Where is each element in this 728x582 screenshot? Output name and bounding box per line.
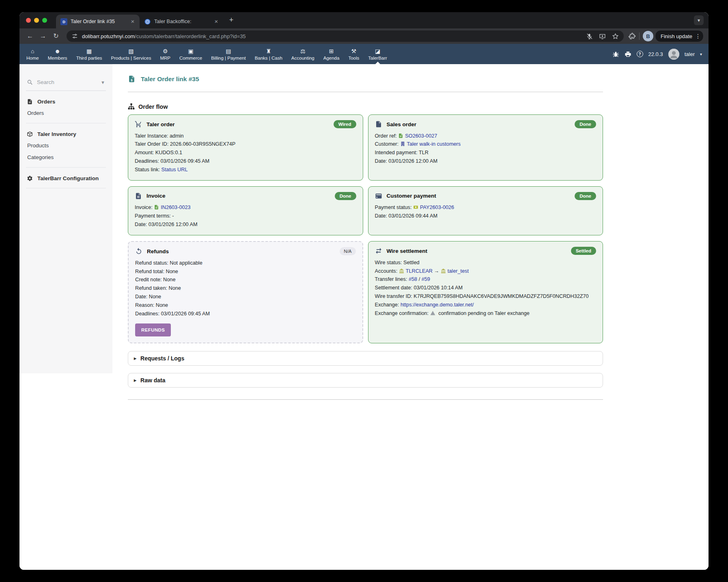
tab-search-chevron-icon[interactable]: ▾ — [694, 15, 704, 25]
nav-item-label: TalerBarr — [368, 56, 387, 60]
address-bar[interactable]: dolibarr.potuzhnyi.com /custom/talerbarr… — [67, 30, 624, 42]
status-badge: Wired — [334, 120, 356, 128]
bug-report-icon[interactable] — [612, 51, 619, 58]
talerbarr-icon: ◪ — [375, 48, 380, 55]
browser-window: DTaler Order link #35×Taler Backoffice:×… — [19, 12, 709, 570]
card-text: Settlement date: 03/01/2026 10:14 AM — [375, 285, 463, 291]
card-line: Payment status: PAY2603-0026 — [375, 204, 597, 212]
card-link[interactable]: taler_test — [448, 268, 469, 274]
nav-item-tools[interactable]: ⚒Tools — [344, 44, 364, 64]
nav-item-billing-payment[interactable]: ▤Billing | Payment — [207, 44, 250, 64]
card-line: Exchange confirmation: confirmation pend… — [375, 309, 597, 318]
collapsible-sections: ▸Requests / Logs▸Raw data — [128, 351, 603, 388]
card-title: Taler order — [146, 121, 175, 127]
card-text: Date: 03/01/2026 09:44 AM — [375, 213, 437, 219]
title-divider — [128, 92, 603, 92]
card-link[interactable]: TLRCLEAR — [406, 268, 433, 274]
nav-item-banks-cash[interactable]: ♜Banks | Cash — [250, 44, 287, 64]
card-link[interactable]: PAY2603-0026 — [420, 205, 454, 210]
search-input[interactable] — [36, 79, 97, 86]
tab-close-icon[interactable]: × — [213, 18, 220, 25]
nav-item-home[interactable]: ⌂Home — [22, 44, 43, 64]
card-taler-order: Taler orderWiredTaler Instance: adminTal… — [128, 114, 363, 181]
card-line: Date: 03/01/2026 09:44 AM — [375, 212, 597, 221]
card-text: Taler Instance: admin — [135, 133, 184, 139]
minimize-window-button[interactable] — [34, 18, 39, 23]
card-text: Payment terms: - — [135, 213, 174, 219]
card-header: InvoiceDone — [135, 192, 356, 200]
profile-avatar[interactable]: B — [643, 31, 653, 41]
help-icon[interactable]: ? — [637, 51, 643, 57]
sidebar-item-orders[interactable]: Orders — [27, 107, 105, 119]
install-icon[interactable] — [599, 33, 606, 40]
nav-item-label: Billing | Payment — [211, 56, 246, 60]
card-text: confirmation pending on Taler exchange — [437, 310, 530, 316]
browser-toolbar: ← → ↻ dolibarr.potuzhnyi.com /custom/tal… — [19, 28, 709, 44]
sidebar-search: ▼ — [26, 79, 106, 91]
nav-item-members[interactable]: ☻Members — [43, 44, 72, 64]
user-menu-chevron-icon[interactable]: ▾ — [700, 52, 702, 56]
new-tab-button[interactable]: + — [226, 15, 237, 26]
nav-item-agenda[interactable]: ⊞Agenda — [319, 44, 344, 64]
card-header: Sales orderDone — [375, 120, 597, 128]
nav-item-label: MRP — [160, 56, 170, 60]
card-link[interactable]: SO2603-0027 — [405, 133, 437, 139]
card-header: Wire settlementSettled — [375, 247, 597, 255]
chevron-right-icon: ▸ — [134, 356, 136, 361]
user-avatar[interactable] — [668, 49, 679, 60]
collapsible-requests-logs[interactable]: ▸Requests / Logs — [128, 351, 603, 366]
nav-item-third-parties[interactable]: ▦Third parties — [72, 44, 107, 64]
browser-tab[interactable]: DTaler Order link #35× — [56, 15, 140, 28]
close-window-button[interactable] — [26, 18, 31, 23]
card-title: Refunds — [147, 248, 169, 254]
card-line: Date: 03/01/2026 12:00 AM — [375, 157, 597, 166]
user-name[interactable]: taler — [685, 51, 695, 57]
zoom-window-button[interactable] — [42, 18, 47, 23]
sidebar-section-title[interactable]: Orders — [27, 96, 105, 107]
print-icon[interactable] — [625, 51, 631, 58]
card-link[interactable]: #59 — [422, 276, 430, 282]
sidebar-item-categories[interactable]: Categories — [27, 151, 105, 163]
card-text: Taler Order ID: 2026.060-03R9S5NGEX74P — [135, 141, 235, 147]
extensions-icon[interactable] — [629, 32, 636, 40]
card-link[interactable]: Status URL — [162, 167, 188, 172]
bookmark-star-icon[interactable] — [612, 33, 619, 40]
nav-item-commerce[interactable]: ▣Commerce — [175, 44, 207, 64]
back-icon[interactable]: ← — [24, 30, 36, 42]
toolbar-divider — [639, 32, 640, 40]
mic-off-icon[interactable] — [586, 33, 593, 40]
card-link[interactable]: https://exchange.demo.taler.net/ — [401, 302, 474, 308]
document-green-icon — [398, 133, 403, 138]
forward-icon[interactable]: → — [37, 30, 49, 42]
finish-update-button[interactable]: Finish update ⋮ — [655, 30, 704, 42]
finish-update-label: Finish update — [661, 33, 692, 39]
card-link[interactable]: IN2603-0023 — [161, 205, 190, 210]
sidebar-section-title[interactable]: TalerBarr Configuration — [27, 173, 105, 184]
nav-item-label: Banks | Cash — [255, 56, 282, 60]
sidebar-section: Taler InventoryProductsCategories — [26, 123, 106, 168]
card-text: Payment status: — [375, 205, 414, 210]
nav-item-mrp[interactable]: ⚙MRP — [155, 44, 175, 64]
site-settings-icon[interactable] — [71, 33, 78, 39]
collapsible-raw-data[interactable]: ▸Raw data — [128, 373, 603, 388]
nav-item-accounting[interactable]: ⚖Accounting — [287, 44, 319, 64]
card-link[interactable]: Taler walk-in customers — [407, 141, 461, 147]
refunds-button[interactable]: REFUNDS — [135, 323, 171, 336]
tab-close-icon[interactable]: × — [129, 18, 136, 25]
card-customer-payment: Customer paymentDonePayment status: PAY2… — [368, 186, 603, 235]
sidebar-item-products[interactable]: Products — [27, 140, 105, 151]
accounting-icon: ⚖ — [300, 48, 306, 55]
status-badge: N/A — [340, 247, 355, 255]
nav-item-products-services[interactable]: ▧Products | Services — [107, 44, 156, 64]
reload-icon[interactable]: ↻ — [50, 30, 62, 42]
card-link[interactable]: #58 — [409, 276, 417, 282]
browser-tab[interactable]: Taler Backoffice:× — [140, 15, 223, 28]
card-text: Amount: KUDOS:0.1 — [135, 150, 182, 155]
card-wire-settlement: Wire settlementSettledWire status: Settl… — [368, 241, 603, 343]
nav-item-talerbarr[interactable]: ◪TalerBarr — [364, 44, 392, 64]
search-dropdown-caret-icon[interactable]: ▼ — [101, 80, 105, 85]
sidebar-section-title[interactable]: Taler Inventory — [27, 129, 105, 140]
taler-favicon — [144, 18, 151, 25]
browser-menu-icon[interactable]: ⋮ — [695, 33, 701, 39]
sidebar-section-label: TalerBarr Configuration — [37, 175, 99, 181]
